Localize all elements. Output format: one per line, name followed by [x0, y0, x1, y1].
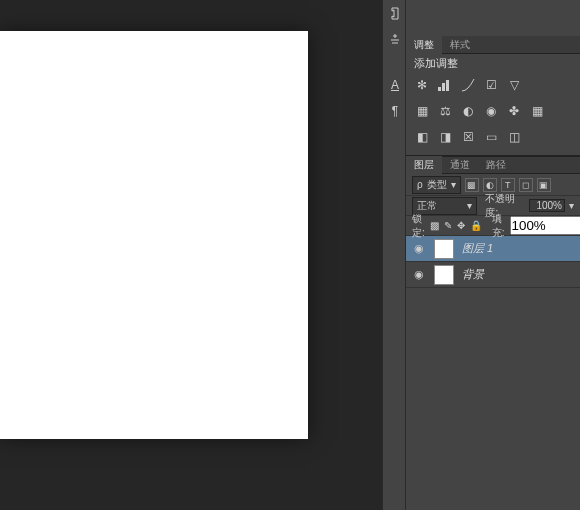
fill-input[interactable]: [510, 216, 580, 235]
curves-icon[interactable]: [460, 77, 476, 93]
collapsed-toolstrip: A ¶: [382, 0, 406, 510]
paragraph-icon[interactable]: ¶: [383, 98, 407, 124]
filter-type-icon[interactable]: T: [501, 178, 515, 192]
bw-icon[interactable]: ◐: [460, 103, 476, 119]
tab-paths[interactable]: 路径: [478, 156, 514, 174]
lock-label: 锁定:: [412, 212, 425, 240]
layer-thumbnail[interactable]: [434, 239, 454, 259]
filter-smart-icon[interactable]: ▣: [537, 178, 551, 192]
levels-icon[interactable]: [437, 77, 453, 93]
layers-tabbar: 图层 通道 路径: [406, 156, 580, 174]
tab-layers[interactable]: 图层: [406, 156, 442, 174]
adjustment-icons-row3: ◧ ◨ ☒ ▭ ◫: [406, 124, 580, 150]
lock-position-icon[interactable]: ✥: [457, 220, 465, 231]
adjustments-tabbar: 调整 样式: [406, 36, 580, 54]
channelmixer-icon[interactable]: ✤: [506, 103, 522, 119]
character-icon[interactable]: A: [383, 72, 407, 98]
hue-icon[interactable]: ▦: [414, 103, 430, 119]
filter-shape-icon[interactable]: ◻: [519, 178, 533, 192]
colorbalance-icon[interactable]: ⚖: [437, 103, 453, 119]
exposure-icon[interactable]: ☑: [483, 77, 499, 93]
brightness-icon[interactable]: ✻: [414, 77, 430, 93]
svg-rect-1: [442, 83, 445, 91]
filter-pixel-icon[interactable]: ▩: [465, 178, 479, 192]
tab-channels[interactable]: 通道: [442, 156, 478, 174]
layer-name: 背景: [462, 267, 484, 282]
layer-thumbnail[interactable]: [434, 265, 454, 285]
canvas-document[interactable]: [0, 31, 308, 439]
tab-styles[interactable]: 样式: [442, 36, 478, 54]
svg-rect-2: [446, 80, 449, 91]
layer-item-1[interactable]: ◉ 图层 1: [406, 236, 580, 262]
opacity-arrow-icon[interactable]: ▾: [569, 200, 574, 211]
layer-item-background[interactable]: ◉ 背景: [406, 262, 580, 288]
layer-name: 图层 1: [462, 241, 493, 256]
colorlookup-icon[interactable]: ▦: [529, 103, 545, 119]
brush-preset-icon[interactable]: [383, 26, 407, 52]
filter-type-dropdown[interactable]: ρ类型▾: [412, 176, 461, 194]
fill-label: 填充:: [492, 212, 505, 240]
visibility-icon[interactable]: ◉: [412, 268, 426, 282]
photofilter-icon[interactable]: ◉: [483, 103, 499, 119]
gradientmap-icon[interactable]: ▭: [483, 129, 499, 145]
adjustment-icons-row1: ✻ ☑ ▽: [406, 72, 580, 98]
filter-adjust-icon[interactable]: ◐: [483, 178, 497, 192]
right-panels: 调整 样式 添加调整 ✻ ☑ ▽ ▦ ⚖ ◐ ◉ ✤ ▦ ◧ ◨ ☒ ▭ ◫ 图…: [406, 0, 580, 510]
vibrance-icon[interactable]: ▽: [506, 77, 522, 93]
layers-list: ◉ 图层 1 ◉ 背景: [406, 236, 580, 288]
tab-adjustments[interactable]: 调整: [406, 36, 442, 54]
lock-transparent-icon[interactable]: ▩: [430, 220, 439, 231]
lock-all-icon[interactable]: 🔒: [470, 220, 482, 231]
visibility-icon[interactable]: ◉: [412, 242, 426, 256]
opacity-input[interactable]: [529, 199, 565, 212]
selective-icon[interactable]: ◫: [506, 129, 522, 145]
invert-icon[interactable]: ◧: [414, 129, 430, 145]
adjustment-icons-row2: ▦ ⚖ ◐ ◉ ✤ ▦: [406, 98, 580, 124]
posterize-icon[interactable]: ◨: [437, 129, 453, 145]
lock-row: 锁定: ▩ ✎ ✥ 🔒 填充: ▾: [406, 216, 580, 236]
svg-rect-0: [438, 87, 441, 91]
add-adjustment-header: 添加调整: [406, 54, 580, 72]
threshold-icon[interactable]: ☒: [460, 129, 476, 145]
lock-pixels-icon[interactable]: ✎: [444, 220, 452, 231]
history-icon[interactable]: [383, 0, 407, 26]
